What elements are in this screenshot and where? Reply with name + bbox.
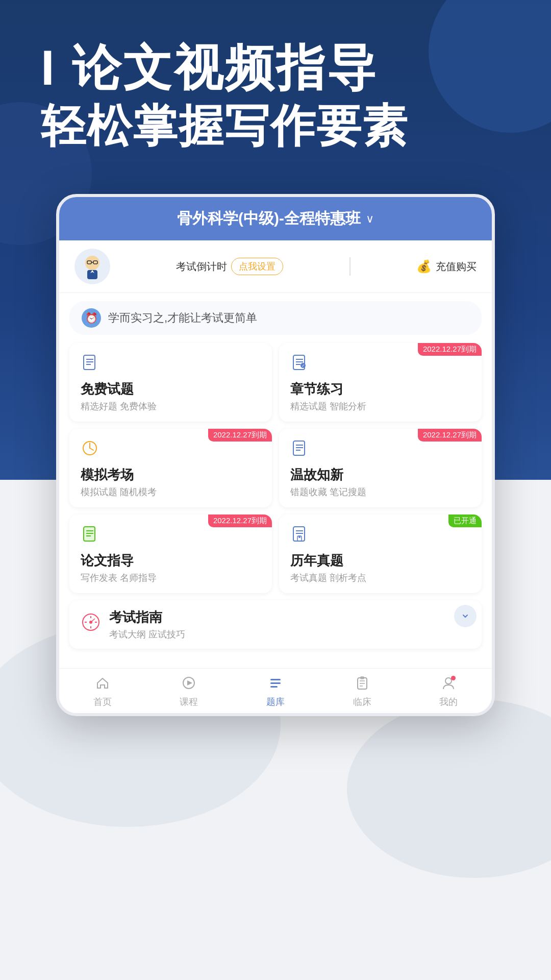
hero-title-line2: 轻松掌握写作要素	[41, 100, 510, 152]
recharge-label: 充值购买	[436, 260, 477, 274]
past-exams-item[interactable]: 已开通 历年真题 考试真题 剖析考点	[279, 514, 482, 593]
recharge-icon: 💰	[416, 259, 432, 274]
nav-mine[interactable]: 我的	[423, 676, 474, 708]
countdown-label: 考试倒计时	[176, 260, 227, 274]
chapter-practice-icon: ✓	[290, 353, 470, 376]
hero-section: I 论文视频指导 轻松掌握写作要素	[0, 41, 551, 152]
free-questions-icon	[81, 353, 261, 376]
scroll-button[interactable]	[454, 605, 477, 627]
past-exams-icon	[290, 525, 470, 548]
svg-rect-44	[270, 682, 281, 684]
grid-container: 免费试题 精选好题 免费体验 2022.12.27到期 ✓ 章节练习 精选试题 …	[59, 343, 492, 593]
course-icon	[182, 676, 196, 694]
svg-rect-45	[270, 686, 278, 688]
nav-mine-label: 我的	[439, 696, 458, 708]
chapter-practice-badge: 2022.12.27到期	[418, 343, 482, 356]
motto-text: 学而实习之,才能让考试更简单	[108, 310, 257, 326]
free-questions-title: 免费试题	[81, 380, 261, 398]
svg-rect-43	[270, 679, 281, 680]
review-badge: 2022.12.27到期	[418, 429, 482, 442]
free-questions-subtitle: 精选好题 免费体验	[81, 400, 261, 412]
review-title: 温故知新	[290, 466, 470, 484]
exam-guide-item[interactable]: 考试指南 考试大纲 应试技巧	[69, 600, 482, 649]
bg-wave-2	[347, 699, 551, 878]
device-mockup: 骨外科学(中级)-全程特惠班 ∨	[56, 194, 495, 716]
nav-clinical-label: 临床	[353, 696, 371, 708]
motto-bar: ⏰ 学而实习之,才能让考试更简单	[69, 301, 482, 335]
avatar-section	[74, 249, 110, 284]
paper-guide-badge: 2022.12.27到期	[208, 514, 272, 527]
mock-exam-subtitle: 模拟试题 随机模考	[81, 486, 261, 498]
nav-home-label: 首页	[93, 696, 112, 708]
app-header-title: 骨外科学(中级)-全程特惠班	[177, 208, 361, 229]
paper-guide-subtitle: 写作发表 名师指导	[81, 572, 261, 584]
exam-guide-title: 考试指南	[109, 608, 185, 626]
avatar	[74, 249, 110, 284]
svg-point-40	[460, 610, 471, 622]
past-exams-badge: 已开通	[448, 514, 482, 527]
svg-text:✓: ✓	[302, 363, 305, 368]
recharge-section[interactable]: 💰 充值购买	[416, 259, 477, 274]
bottom-nav: 首页 课程 题库	[59, 668, 492, 713]
svg-line-39	[91, 619, 95, 622]
review-item[interactable]: 2022.12.27到期 温故知新 错题收藏 笔记搜题	[279, 429, 482, 507]
clinical-icon	[355, 676, 369, 694]
mock-exam-icon	[81, 439, 261, 462]
nav-clinical[interactable]: 临床	[337, 676, 388, 708]
exam-guide-icon	[81, 612, 101, 637]
paper-guide-item[interactable]: 2022.12.27到期 论文指导 写作发表 名师指导	[69, 514, 272, 593]
mine-icon	[441, 676, 456, 694]
chapter-practice-subtitle: 精选试题 智能分析	[290, 400, 470, 412]
countdown-section: 考试倒计时 点我设置	[176, 258, 283, 275]
chapter-practice-title: 章节练习	[290, 380, 470, 398]
svg-point-30	[298, 536, 300, 538]
single-row: 考试指南 考试大纲 应试技巧	[59, 600, 492, 649]
past-exams-subtitle: 考试真题 剖析考点	[290, 572, 470, 584]
svg-marker-42	[187, 680, 192, 685]
paper-guide-icon	[81, 525, 261, 548]
chevron-down-icon[interactable]: ∨	[366, 212, 374, 226]
exam-guide-subtitle: 考试大纲 应试技巧	[109, 628, 185, 641]
svg-line-18	[90, 448, 93, 450]
mock-exam-title: 模拟考场	[81, 466, 261, 484]
review-subtitle: 错题收藏 笔记搜题	[290, 486, 470, 498]
nav-questions-label: 题库	[266, 696, 285, 708]
questions-icon	[268, 676, 283, 694]
app-subheader: 考试倒计时 点我设置 💰 充值购买	[59, 240, 492, 293]
chapter-practice-item[interactable]: 2022.12.27到期 ✓ 章节练习 精选试题 智能分析	[279, 343, 482, 422]
review-icon	[290, 439, 470, 462]
nav-questions[interactable]: 题库	[250, 676, 301, 708]
vertical-divider	[349, 257, 350, 276]
mock-exam-item[interactable]: 2022.12.27到期 模拟考场 模拟试题 随机模考	[69, 429, 272, 507]
hero-title-line1: I 论文视频指导	[41, 41, 510, 95]
nav-home[interactable]: 首页	[77, 676, 128, 708]
past-exams-title: 历年真题	[290, 552, 470, 570]
clock-icon: ⏰	[82, 308, 101, 328]
nav-course-label: 课程	[180, 696, 198, 708]
nav-course[interactable]: 课程	[163, 676, 214, 708]
app-header: 骨外科学(中级)-全程特惠班 ∨	[59, 197, 492, 240]
home-icon	[95, 676, 110, 694]
set-countdown-button[interactable]: 点我设置	[231, 258, 283, 275]
mock-exam-badge: 2022.12.27到期	[208, 429, 272, 442]
free-questions-item[interactable]: 免费试题 精选好题 免费体验	[69, 343, 272, 422]
paper-guide-title: 论文指导	[81, 552, 261, 570]
